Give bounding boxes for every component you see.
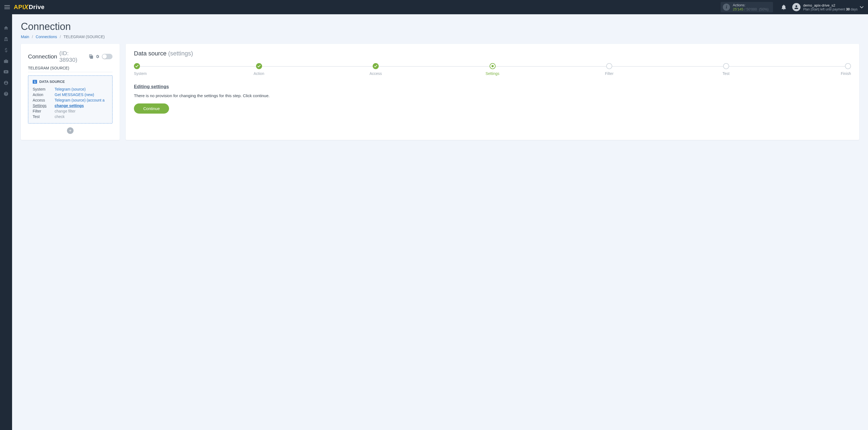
- step-filter[interactable]: Filter: [601, 63, 617, 76]
- row-settings: Settings change settings: [33, 103, 108, 109]
- logo-part-drive: Drive: [29, 4, 45, 11]
- link-action[interactable]: Get MESSAGES (new): [55, 92, 94, 97]
- logo-part-x: X: [24, 3, 29, 11]
- continue-button[interactable]: Continue: [134, 103, 169, 114]
- actions-total: 50'000: [746, 7, 757, 11]
- row-access: Access Telegram (source) (account a: [33, 97, 108, 103]
- row-test: Test check: [33, 114, 108, 119]
- data-source-title: DATA SOURCE: [39, 80, 65, 84]
- breadcrumb-current: TELEGRAM (SOURCE): [63, 35, 104, 39]
- logo[interactable]: API X Drive: [14, 3, 44, 11]
- data-source-badge: 1: [33, 80, 37, 84]
- sidebar-item-tools[interactable]: [0, 55, 12, 66]
- user-avatar-icon: [792, 3, 801, 11]
- actions-current: 25'145: [733, 7, 743, 11]
- link-settings[interactable]: change settings: [55, 103, 84, 108]
- step-action[interactable]: Action: [251, 63, 267, 76]
- step-settings[interactable]: Settings: [484, 63, 501, 76]
- user-name: demo_apix-drive_s2: [803, 3, 858, 7]
- copy-icon[interactable]: [89, 54, 93, 59]
- data-source-settings-card: Data source (settings) System Action: [126, 44, 859, 140]
- sidebar-item-home[interactable]: [0, 23, 12, 33]
- row-system: System Telegram (source): [33, 87, 108, 92]
- stepper: System Action Access Settings: [134, 63, 851, 76]
- actions-percent: (50%): [759, 7, 769, 11]
- main-content: Connection Main / Connections / TELEGRAM…: [12, 14, 868, 430]
- right-title: Data source: [134, 50, 166, 57]
- gear-icon[interactable]: [95, 54, 100, 59]
- step-access[interactable]: Access: [368, 63, 384, 76]
- section-title: Editing settings: [134, 84, 851, 89]
- section-text: There is no provision for changing the s…: [134, 93, 851, 98]
- link-access[interactable]: Telegram (source) (account a: [55, 98, 104, 102]
- add-destination-button[interactable]: +: [67, 127, 73, 134]
- row-filter: Filter change filter: [33, 109, 108, 114]
- notifications-button[interactable]: [781, 4, 786, 10]
- row-action: Action Get MESSAGES (new): [33, 92, 108, 97]
- connection-subtitle: TELEGRAM (SOURCE): [28, 66, 113, 72]
- connection-toggle[interactable]: [102, 54, 113, 59]
- step-test[interactable]: Test: [718, 63, 734, 76]
- sidebar-item-account[interactable]: [0, 78, 12, 88]
- page-title: Connection: [21, 21, 859, 32]
- data-source-box: 1 DATA SOURCE System Telegram (source) A…: [28, 75, 113, 123]
- sidebar-item-connections[interactable]: [0, 33, 12, 44]
- sidebar-item-video[interactable]: [0, 66, 12, 78]
- link-system[interactable]: Telegram (source): [55, 87, 86, 91]
- breadcrumb: Main / Connections / TELEGRAM (SOURCE): [21, 35, 859, 39]
- connection-id: (ID: 38930): [59, 50, 87, 63]
- actions-counter[interactable]: i Actions: 25'145 / 50'000 (50%): [721, 2, 773, 12]
- logo-part-api: API: [14, 4, 24, 11]
- menu-button[interactable]: [3, 3, 11, 11]
- breadcrumb-connections[interactable]: Connections: [36, 35, 57, 39]
- step-finish[interactable]: Finish: [835, 63, 851, 76]
- link-test[interactable]: check: [55, 114, 108, 119]
- sidebar-item-billing[interactable]: [0, 44, 12, 55]
- connection-summary-card: Connection (ID: 38930) TELEGRAM (SOURCE)…: [21, 44, 120, 140]
- sidebar-item-help[interactable]: [0, 88, 12, 99]
- sidebar: [0, 14, 12, 430]
- connection-label: Connection: [28, 53, 57, 60]
- app-header: API X Drive i Actions: 25'145 / 50'000 (…: [0, 0, 868, 14]
- user-plan-line: Plan |Start| left until payment 30 days: [803, 7, 858, 11]
- right-title-gray: (settings): [168, 50, 193, 57]
- header-expand-button[interactable]: [860, 6, 864, 8]
- user-menu[interactable]: demo_apix-drive_s2 Plan |Start| left unt…: [792, 3, 858, 11]
- link-filter[interactable]: change filter: [55, 109, 108, 114]
- breadcrumb-main[interactable]: Main: [21, 35, 29, 39]
- step-system[interactable]: System: [134, 63, 150, 76]
- info-icon: i: [723, 4, 730, 11]
- actions-label: Actions:: [733, 3, 768, 7]
